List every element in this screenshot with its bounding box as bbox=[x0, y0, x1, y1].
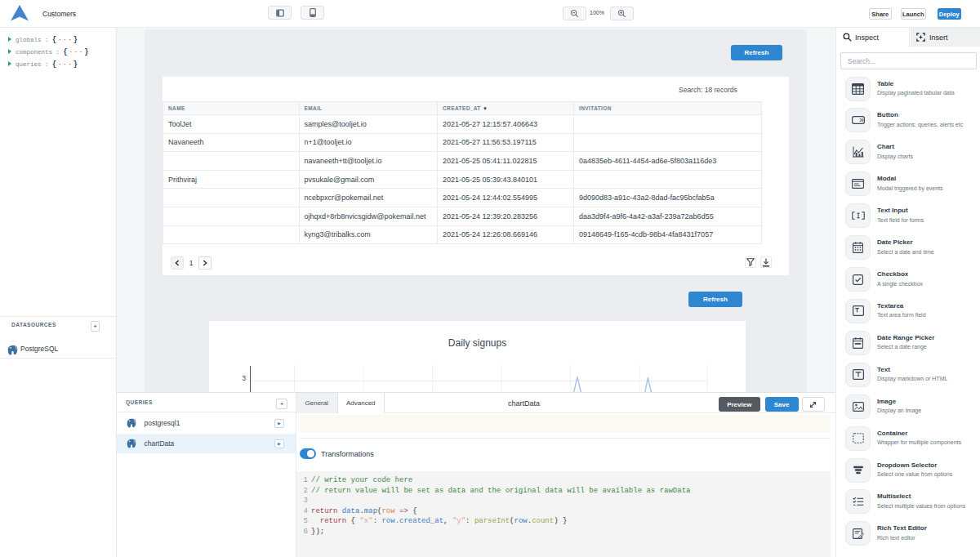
svg-text:3: 3 bbox=[242, 374, 246, 382]
